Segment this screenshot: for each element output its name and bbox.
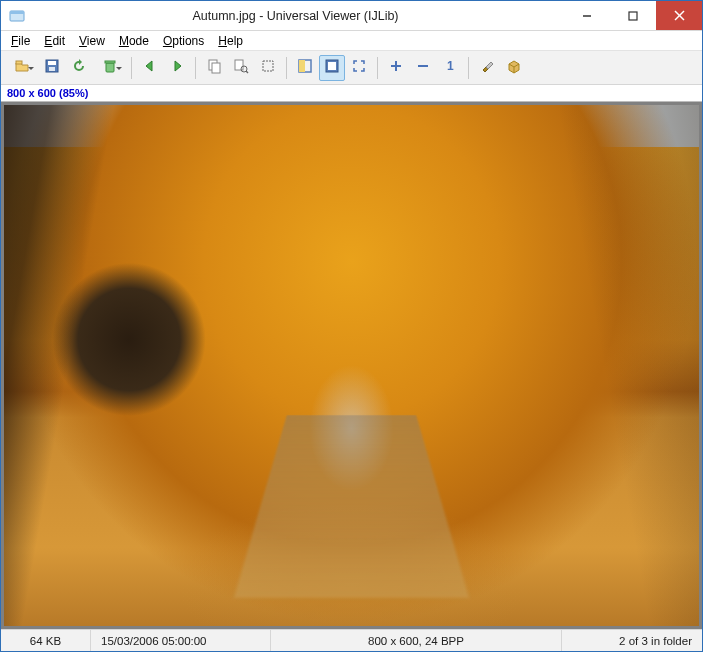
displayed-image — [4, 105, 699, 626]
status-folder-position: 2 of 3 in folder — [562, 630, 702, 651]
prev-button[interactable] — [137, 55, 163, 81]
plus-icon — [388, 58, 404, 77]
one-icon: 1 — [442, 58, 458, 77]
window-title: Autumn.jpg - Universal Viewer (IJLib) — [27, 9, 564, 23]
fit-window-button[interactable] — [292, 55, 318, 81]
zoom-icon — [233, 58, 249, 77]
minus-icon — [415, 58, 431, 77]
close-button[interactable] — [656, 1, 702, 30]
menu-edit[interactable]: Edit — [38, 33, 71, 49]
svg-rect-11 — [105, 61, 115, 63]
next-button[interactable] — [164, 55, 190, 81]
svg-rect-19 — [299, 60, 305, 72]
save-button[interactable] — [39, 55, 65, 81]
svg-line-16 — [246, 71, 248, 73]
zoom-out-button[interactable] — [410, 55, 436, 81]
select-icon — [260, 58, 276, 77]
status-dimensions: 800 x 600, 24 BPP — [271, 630, 562, 651]
fullscreen-button[interactable] — [346, 55, 372, 81]
svg-rect-17 — [263, 61, 273, 71]
fit-window-icon — [297, 58, 313, 77]
box-icon — [506, 58, 522, 77]
actual-size-button[interactable]: 1 — [437, 55, 463, 81]
next-icon — [169, 58, 185, 77]
menubar: File Edit View Mode Options Help — [1, 31, 702, 51]
tools-icon — [479, 58, 495, 77]
svg-rect-6 — [16, 61, 22, 64]
tools-button[interactable] — [474, 55, 500, 81]
image-info-overlay: 800 x 600 (85%) — [1, 85, 702, 101]
svg-rect-13 — [212, 63, 220, 73]
svg-text:1: 1 — [447, 59, 454, 73]
svg-rect-21 — [328, 62, 336, 70]
svg-rect-14 — [235, 60, 243, 70]
minimize-button[interactable] — [564, 1, 610, 30]
prev-icon — [142, 58, 158, 77]
open-button[interactable] — [5, 55, 38, 81]
toolbar: 1 — [1, 51, 702, 85]
window-controls — [564, 1, 702, 30]
copy-button[interactable] — [201, 55, 227, 81]
open-icon — [14, 58, 30, 77]
svg-rect-3 — [629, 12, 637, 20]
fit-image-button[interactable] — [319, 55, 345, 81]
reload-icon — [71, 58, 87, 77]
titlebar: Autumn.jpg - Universal Viewer (IJLib) — [1, 1, 702, 31]
svg-rect-10 — [106, 63, 114, 72]
zoom-in-button[interactable] — [383, 55, 409, 81]
select-button[interactable] — [255, 55, 281, 81]
fit-image-icon — [324, 58, 340, 77]
menu-options[interactable]: Options — [157, 33, 210, 49]
svg-rect-8 — [48, 61, 56, 65]
menu-view[interactable]: View — [73, 33, 111, 49]
fullscreen-icon — [351, 58, 367, 77]
statusbar: 64 KB 15/03/2006 05:00:00 800 x 600, 24 … — [1, 629, 702, 651]
maximize-button[interactable] — [610, 1, 656, 30]
copy-icon — [206, 58, 222, 77]
plugins-button[interactable] — [501, 55, 527, 81]
delete-button[interactable] — [93, 55, 126, 81]
svg-rect-1 — [10, 11, 24, 14]
menu-mode[interactable]: Mode — [113, 33, 155, 49]
app-icon — [7, 6, 27, 26]
menu-help[interactable]: Help — [212, 33, 249, 49]
zoom-button[interactable] — [228, 55, 254, 81]
menu-file[interactable]: File — [5, 33, 36, 49]
save-icon — [44, 58, 60, 77]
delete-icon — [102, 58, 118, 77]
status-filesize: 64 KB — [1, 630, 91, 651]
image-viewport[interactable] — [1, 101, 702, 629]
reload-button[interactable] — [66, 55, 92, 81]
status-datetime: 15/03/2006 05:00:00 — [91, 630, 271, 651]
svg-rect-9 — [49, 67, 55, 71]
